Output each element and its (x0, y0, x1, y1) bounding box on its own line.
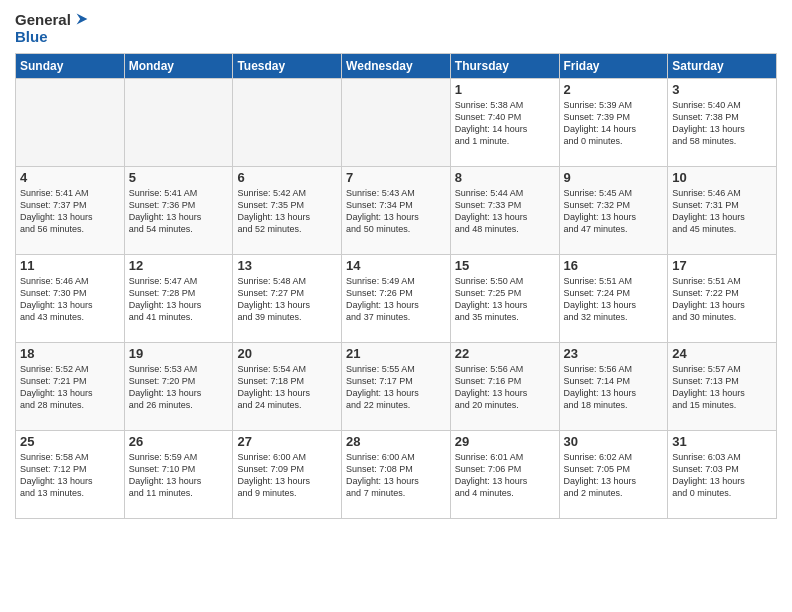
day-info: Sunrise: 5:47 AM Sunset: 7:28 PM Dayligh… (129, 275, 229, 324)
day-number: 14 (346, 258, 446, 273)
day-number: 29 (455, 434, 555, 449)
day-number: 25 (20, 434, 120, 449)
day-number: 11 (20, 258, 120, 273)
day-info: Sunrise: 5:59 AM Sunset: 7:10 PM Dayligh… (129, 451, 229, 500)
calendar-cell: 20Sunrise: 5:54 AM Sunset: 7:18 PM Dayli… (233, 343, 342, 431)
page-container: General Blue SundayMondayTuesdayWednesda… (0, 0, 792, 524)
day-info: Sunrise: 5:45 AM Sunset: 7:32 PM Dayligh… (564, 187, 664, 236)
calendar-cell: 15Sunrise: 5:50 AM Sunset: 7:25 PM Dayli… (450, 255, 559, 343)
calendar-cell: 2Sunrise: 5:39 AM Sunset: 7:39 PM Daylig… (559, 79, 668, 167)
day-number: 4 (20, 170, 120, 185)
calendar-cell: 27Sunrise: 6:00 AM Sunset: 7:09 PM Dayli… (233, 431, 342, 519)
day-info: Sunrise: 5:50 AM Sunset: 7:25 PM Dayligh… (455, 275, 555, 324)
weekday-header-tuesday: Tuesday (233, 54, 342, 79)
day-number: 18 (20, 346, 120, 361)
calendar-cell (233, 79, 342, 167)
calendar-week-3: 11Sunrise: 5:46 AM Sunset: 7:30 PM Dayli… (16, 255, 777, 343)
day-number: 8 (455, 170, 555, 185)
day-info: Sunrise: 5:56 AM Sunset: 7:14 PM Dayligh… (564, 363, 664, 412)
day-info: Sunrise: 5:46 AM Sunset: 7:31 PM Dayligh… (672, 187, 772, 236)
svg-marker-0 (76, 14, 87, 25)
weekday-header-saturday: Saturday (668, 54, 777, 79)
day-number: 22 (455, 346, 555, 361)
day-info: Sunrise: 5:56 AM Sunset: 7:16 PM Dayligh… (455, 363, 555, 412)
calendar-week-5: 25Sunrise: 5:58 AM Sunset: 7:12 PM Dayli… (16, 431, 777, 519)
calendar-cell: 30Sunrise: 6:02 AM Sunset: 7:05 PM Dayli… (559, 431, 668, 519)
day-number: 6 (237, 170, 337, 185)
calendar-cell (16, 79, 125, 167)
calendar-cell: 22Sunrise: 5:56 AM Sunset: 7:16 PM Dayli… (450, 343, 559, 431)
calendar-week-2: 4Sunrise: 5:41 AM Sunset: 7:37 PM Daylig… (16, 167, 777, 255)
day-info: Sunrise: 5:41 AM Sunset: 7:37 PM Dayligh… (20, 187, 120, 236)
calendar-cell: 4Sunrise: 5:41 AM Sunset: 7:37 PM Daylig… (16, 167, 125, 255)
day-info: Sunrise: 6:01 AM Sunset: 7:06 PM Dayligh… (455, 451, 555, 500)
day-number: 26 (129, 434, 229, 449)
day-info: Sunrise: 5:58 AM Sunset: 7:12 PM Dayligh… (20, 451, 120, 500)
calendar-cell: 25Sunrise: 5:58 AM Sunset: 7:12 PM Dayli… (16, 431, 125, 519)
calendar-week-1: 1Sunrise: 5:38 AM Sunset: 7:40 PM Daylig… (16, 79, 777, 167)
calendar-cell (342, 79, 451, 167)
day-number: 17 (672, 258, 772, 273)
day-number: 16 (564, 258, 664, 273)
day-number: 15 (455, 258, 555, 273)
calendar-cell: 12Sunrise: 5:47 AM Sunset: 7:28 PM Dayli… (124, 255, 233, 343)
day-info: Sunrise: 5:51 AM Sunset: 7:24 PM Dayligh… (564, 275, 664, 324)
day-info: Sunrise: 6:03 AM Sunset: 7:03 PM Dayligh… (672, 451, 772, 500)
calendar-cell: 16Sunrise: 5:51 AM Sunset: 7:24 PM Dayli… (559, 255, 668, 343)
day-number: 7 (346, 170, 446, 185)
calendar-cell: 17Sunrise: 5:51 AM Sunset: 7:22 PM Dayli… (668, 255, 777, 343)
calendar-cell: 29Sunrise: 6:01 AM Sunset: 7:06 PM Dayli… (450, 431, 559, 519)
day-number: 3 (672, 82, 772, 97)
day-info: Sunrise: 6:00 AM Sunset: 7:08 PM Dayligh… (346, 451, 446, 500)
day-info: Sunrise: 5:55 AM Sunset: 7:17 PM Dayligh… (346, 363, 446, 412)
day-number: 24 (672, 346, 772, 361)
logo-blue: Blue (15, 28, 48, 45)
day-info: Sunrise: 5:44 AM Sunset: 7:33 PM Dayligh… (455, 187, 555, 236)
day-info: Sunrise: 5:38 AM Sunset: 7:40 PM Dayligh… (455, 99, 555, 148)
calendar-cell: 6Sunrise: 5:42 AM Sunset: 7:35 PM Daylig… (233, 167, 342, 255)
day-number: 31 (672, 434, 772, 449)
header: General Blue (15, 10, 777, 45)
day-info: Sunrise: 6:00 AM Sunset: 7:09 PM Dayligh… (237, 451, 337, 500)
day-number: 1 (455, 82, 555, 97)
day-info: Sunrise: 5:43 AM Sunset: 7:34 PM Dayligh… (346, 187, 446, 236)
day-number: 12 (129, 258, 229, 273)
day-info: Sunrise: 5:53 AM Sunset: 7:20 PM Dayligh… (129, 363, 229, 412)
calendar-cell: 5Sunrise: 5:41 AM Sunset: 7:36 PM Daylig… (124, 167, 233, 255)
day-number: 23 (564, 346, 664, 361)
weekday-header-wednesday: Wednesday (342, 54, 451, 79)
day-number: 19 (129, 346, 229, 361)
weekday-header-row: SundayMondayTuesdayWednesdayThursdayFrid… (16, 54, 777, 79)
day-info: Sunrise: 5:40 AM Sunset: 7:38 PM Dayligh… (672, 99, 772, 148)
calendar-cell (124, 79, 233, 167)
calendar-cell: 3Sunrise: 5:40 AM Sunset: 7:38 PM Daylig… (668, 79, 777, 167)
calendar-cell: 21Sunrise: 5:55 AM Sunset: 7:17 PM Dayli… (342, 343, 451, 431)
day-number: 9 (564, 170, 664, 185)
calendar-cell: 23Sunrise: 5:56 AM Sunset: 7:14 PM Dayli… (559, 343, 668, 431)
logo: General Blue (15, 10, 91, 45)
day-number: 30 (564, 434, 664, 449)
day-info: Sunrise: 5:52 AM Sunset: 7:21 PM Dayligh… (20, 363, 120, 412)
calendar-cell: 10Sunrise: 5:46 AM Sunset: 7:31 PM Dayli… (668, 167, 777, 255)
calendar-table: SundayMondayTuesdayWednesdayThursdayFrid… (15, 53, 777, 519)
day-number: 27 (237, 434, 337, 449)
day-info: Sunrise: 5:39 AM Sunset: 7:39 PM Dayligh… (564, 99, 664, 148)
day-info: Sunrise: 5:54 AM Sunset: 7:18 PM Dayligh… (237, 363, 337, 412)
logo-arrow-icon (73, 10, 91, 28)
calendar-cell: 13Sunrise: 5:48 AM Sunset: 7:27 PM Dayli… (233, 255, 342, 343)
calendar-cell: 24Sunrise: 5:57 AM Sunset: 7:13 PM Dayli… (668, 343, 777, 431)
day-info: Sunrise: 5:42 AM Sunset: 7:35 PM Dayligh… (237, 187, 337, 236)
day-info: Sunrise: 5:49 AM Sunset: 7:26 PM Dayligh… (346, 275, 446, 324)
calendar-cell: 11Sunrise: 5:46 AM Sunset: 7:30 PM Dayli… (16, 255, 125, 343)
day-number: 10 (672, 170, 772, 185)
weekday-header-friday: Friday (559, 54, 668, 79)
day-number: 13 (237, 258, 337, 273)
day-number: 5 (129, 170, 229, 185)
calendar-cell: 28Sunrise: 6:00 AM Sunset: 7:08 PM Dayli… (342, 431, 451, 519)
day-number: 20 (237, 346, 337, 361)
calendar-cell: 19Sunrise: 5:53 AM Sunset: 7:20 PM Dayli… (124, 343, 233, 431)
weekday-header-thursday: Thursday (450, 54, 559, 79)
weekday-header-sunday: Sunday (16, 54, 125, 79)
calendar-cell: 1Sunrise: 5:38 AM Sunset: 7:40 PM Daylig… (450, 79, 559, 167)
day-info: Sunrise: 5:57 AM Sunset: 7:13 PM Dayligh… (672, 363, 772, 412)
